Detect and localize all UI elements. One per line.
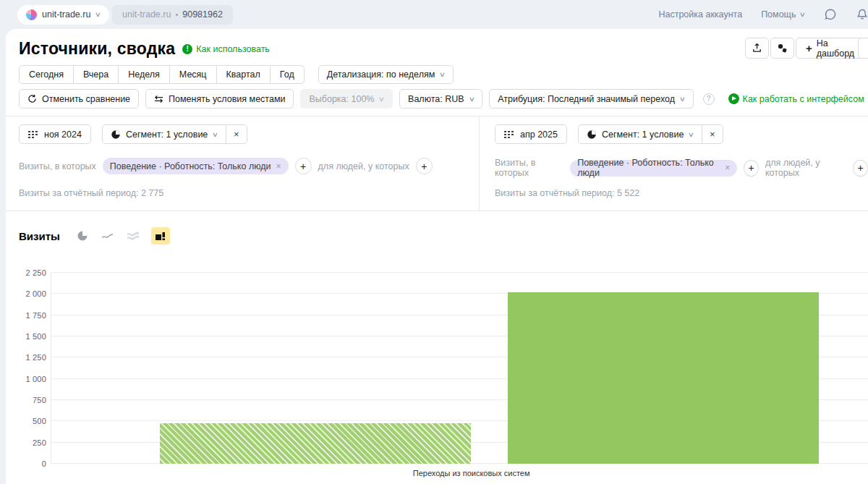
tab-week[interactable]: Неделя [118, 65, 170, 84]
tab-month[interactable]: Месяц [169, 65, 217, 84]
widgets-icon [777, 43, 788, 54]
metrica-logo-icon [26, 9, 37, 20]
y-axis-tick-label: 1 000 [25, 375, 46, 383]
total-visits-b-value: 5 522 [617, 188, 639, 198]
visits-in-which-label: Визиты, в которых [19, 161, 96, 171]
help-label: Помощь [761, 9, 796, 20]
interface-help-link[interactable]: Как работать с интерфейсом [728, 93, 864, 104]
chevron-down-icon: ∨ [799, 11, 806, 18]
cancel-comparison-label: Отменить сравнение [42, 94, 130, 104]
export-icon [752, 43, 762, 54]
period-b-label: апр 2025 [520, 130, 558, 140]
total-visits-a-value: 2 775 [141, 188, 163, 198]
add-visit-condition-a-button[interactable]: + [295, 158, 312, 174]
y-axis-tick-label: 750 [33, 396, 46, 404]
calendar-grid-icon [504, 130, 514, 139]
calendar-grid-icon [28, 130, 38, 139]
period-a-label: ноя 2024 [44, 130, 82, 140]
widgets-button[interactable] [770, 38, 794, 59]
segment-a-remove-button[interactable]: × [226, 125, 247, 143]
add-to-dashboard-button[interactable]: + На дашборд [796, 38, 868, 59]
swap-conditions-button[interactable]: Поменять условия местами [145, 89, 294, 109]
segment-a-dropdown[interactable]: Сегмент: 1 условие ∨ [103, 125, 226, 143]
segment-a-label: Сегмент: 1 условие [126, 130, 208, 140]
divider [6, 211, 868, 211]
stacked-area-chart-type-icon[interactable] [126, 229, 140, 243]
sampling-label: Выборка: 100% [309, 94, 374, 104]
y-axis-tick-label: 1 500 [25, 332, 46, 341]
tab-year[interactable]: Год [270, 65, 305, 84]
visits-in-which-label: Визиты, в которых [495, 158, 563, 178]
segment-b-dropdown[interactable]: Сегмент: 1 условие ∨ [579, 125, 702, 143]
swap-icon [154, 95, 163, 103]
counter-id: 90981962 [182, 9, 223, 20]
tab-today[interactable]: Сегодня [19, 65, 74, 84]
y-axis-tick-label: 500 [33, 417, 46, 425]
y-axis-tick-label: 250 [33, 438, 46, 447]
y-axis-tick-label: 2 000 [25, 289, 46, 298]
bell-icon[interactable] [856, 8, 868, 21]
total-visits-b-label: Визиты за отчётный период: [495, 188, 614, 198]
topbar: unit-trade.ru ∨ unit-trade.ru • 90981962… [0, 0, 868, 29]
period-a-date-button[interactable]: ноя 2024 [19, 124, 91, 144]
counter-tab[interactable]: unit-trade.ru • 90981962 [112, 5, 233, 25]
partial-right-button[interactable]: С [858, 38, 868, 59]
tab-yesterday[interactable]: Вчера [73, 65, 119, 84]
segment-b-label: Сегмент: 1 условие [602, 130, 684, 140]
sampling-dropdown: Выборка: 100% ∨ [300, 89, 393, 109]
plus-icon: + [806, 43, 812, 54]
counter-name: unit-trade.ru [42, 9, 90, 20]
swap-conditions-label: Поменять условия местами [169, 94, 285, 104]
bar-chart-type-icon[interactable] [151, 227, 170, 245]
bullet-separator: • [175, 10, 178, 19]
condition-chip-b-label: Поведение · Роботность: Только люди [577, 158, 720, 178]
cancel-comparison-button[interactable]: Отменить сравнение [19, 89, 139, 109]
chevron-down-icon: ∨ [95, 11, 101, 18]
y-axis-tick-label: 0 [42, 459, 46, 468]
chip-close-icon[interactable]: × [276, 161, 281, 171]
help-menu[interactable]: Помощь ∨ [761, 9, 805, 20]
chat-icon[interactable] [824, 8, 837, 21]
detalization-label: Детализация: по неделям [327, 69, 435, 80]
chip-close-icon[interactable]: × [725, 163, 730, 173]
condition-chip-a[interactable]: Поведение · Роботность: Только люди × [103, 158, 289, 174]
info-icon: ! [182, 44, 192, 54]
gridline [51, 272, 868, 273]
y-axis-tick-label: 1 250 [25, 353, 46, 362]
period-tab-group: Сегодня Вчера Неделя Месяц Квартал Год [19, 65, 305, 84]
visits-bar-chart: 02505007501 0001 2501 5001 7502 0002 250… [6, 268, 868, 484]
currency-dropdown[interactable]: Валюта: RUB ∨ [399, 89, 482, 109]
line-chart-type-icon[interactable] [101, 229, 115, 243]
period-b-date-button[interactable]: апр 2025 [495, 124, 567, 144]
chart-title: Визиты [19, 230, 60, 242]
tab-quarter[interactable]: Квартал [216, 65, 271, 84]
account-settings-link[interactable]: Настройка аккаунта [658, 9, 742, 20]
add-visit-condition-b-button[interactable]: + [744, 160, 759, 177]
segment-b-remove-button[interactable]: × [702, 125, 723, 143]
bar-period-a[interactable] [160, 423, 471, 464]
pie-segment-icon [111, 130, 121, 140]
chevron-down-icon: ∨ [679, 95, 686, 103]
detalization-dropdown[interactable]: Детализация: по неделям ∨ [318, 65, 454, 84]
add-people-condition-b-button[interactable]: + [853, 160, 868, 177]
pie-chart-type-icon[interactable] [75, 229, 90, 243]
condition-chip-b[interactable]: Поведение · Роботность: Только люди × [570, 160, 737, 177]
y-axis: 02505007501 0001 2501 5001 7502 0002 250 [6, 273, 46, 464]
attribution-label: Атрибуция: Последний значимый переход [498, 94, 675, 104]
segment-panel-b: апр 2025 Сегмент: 1 условие ∨ × Визиты, … [479, 116, 868, 211]
chevron-down-icon: ∨ [468, 95, 475, 103]
add-people-condition-a-button[interactable]: + [416, 158, 433, 174]
bar-period-b[interactable] [508, 292, 819, 464]
how-to-use-label: Как использовать [196, 44, 270, 54]
play-icon [728, 93, 739, 104]
how-to-use-link[interactable]: ! Как использовать [182, 44, 270, 54]
counter-switcher[interactable]: unit-trade.ru ∨ [17, 5, 109, 25]
total-visits-a-label: Визиты за отчётный период: [19, 188, 138, 198]
y-axis-tick-label: 2 250 [25, 268, 46, 277]
question-icon[interactable]: ? [703, 93, 715, 105]
x-category-label: Переходы из поисковых систем [413, 469, 530, 477]
attribution-dropdown[interactable]: Атрибуция: Последний значимый переход ∨ [489, 89, 693, 109]
export-button[interactable] [745, 38, 769, 59]
condition-chip-a-label: Поведение · Роботность: Только люди [110, 161, 271, 171]
page-title: Источники, сводка [19, 39, 175, 59]
